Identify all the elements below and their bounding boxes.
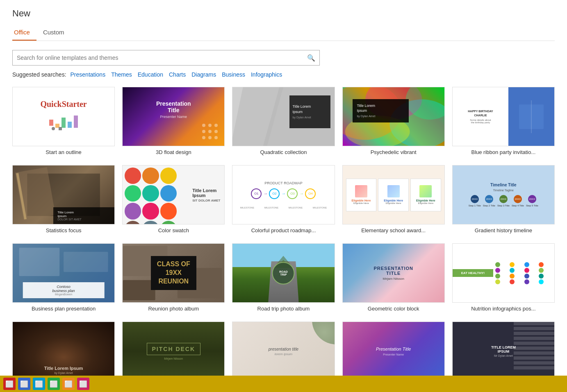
template-bizplan[interactable]: Contosobusiness plan MeganBowen Business… — [12, 243, 115, 312]
taskbar-icon-1[interactable]: ⬜ — [3, 378, 16, 390]
template-blueribbon[interactable]: HAPPY BIRTHDAYCHARLIE Some details about… — [452, 87, 555, 155]
template-thumb-statistics: Title Lorem Ipsum DOLOR SIT AMET — [12, 165, 115, 224]
page-title: New — [12, 8, 555, 19]
svg-point-5 — [52, 127, 55, 130]
template-thumb-roadmap: PRODUCT ROADMAP O1 → O2 → O3 → O4 — [232, 165, 335, 224]
tabs-row: Office Custom — [12, 25, 555, 41]
template-timeline[interactable]: Timeline Title Timeline Tagline 20XX Ste… — [452, 165, 555, 233]
template-thumb-3dfloat: Presentation Title Presenter Name — [122, 87, 225, 146]
svg-rect-33 — [64, 252, 108, 272]
suggested-link-themes[interactable]: Themes — [111, 71, 132, 78]
template-thumb-coffee: Title Lorem Ipsum by Dylan Amet — [12, 322, 115, 381]
search-row: 🔍 — [12, 50, 555, 66]
svg-point-11 — [208, 130, 212, 133]
template-thumb-quickstarter: QuickStarter — [12, 87, 115, 146]
svg-point-10 — [202, 130, 205, 133]
template-nutrition[interactable]: EAT HEALTHY! — [452, 243, 555, 312]
template-label-geocolor: Geometric color block — [368, 306, 419, 312]
template-thumb-stripes: TITLE LOREMIPSUMMr Dylan Amet — [452, 322, 555, 381]
template-thumb-timeline: Timeline Title Timeline Tagline 20XX Ste… — [452, 165, 555, 224]
tab-office[interactable]: Office — [12, 25, 36, 41]
svg-rect-3 — [68, 122, 72, 128]
template-label-blueribbon: Blue ribbon party invitatio... — [471, 149, 535, 155]
template-geocolor[interactable]: PRESENTATIONTITLE Mirjam Nilsson Geometr… — [342, 243, 445, 312]
template-label-quadratic: Quadratic collection — [260, 149, 307, 155]
template-elementary[interactable]: Eligmble Here Eligmble Here Eligmble Her… — [342, 165, 445, 233]
suggested-link-presentations[interactable]: Presentations — [71, 71, 106, 78]
template-label-3dfloat: 3D float design — [156, 149, 191, 155]
suggested-row: Suggested searches: Presentations Themes… — [12, 71, 555, 78]
svg-rect-2 — [61, 118, 66, 128]
svg-point-12 — [214, 130, 218, 133]
template-thumb-geocolor: PRESENTATIONTITLE Mirjam Nilsson — [342, 243, 445, 303]
svg-rect-6 — [59, 127, 62, 130]
suggested-link-business[interactable]: Business — [222, 71, 245, 78]
template-statistics[interactable]: Title Lorem Ipsum DOLOR SIT AMET Statist… — [12, 165, 115, 233]
suggested-link-diagrams[interactable]: Diagrams — [191, 71, 216, 78]
template-reunion[interactable]: CLASS OF19XXREUNION Reunion photo album — [122, 243, 225, 312]
template-label-statistics: Statistics focus — [46, 227, 82, 233]
page-container: New Office Custom 🔍 Suggested searches: … — [0, 0, 567, 392]
search-input[interactable] — [17, 54, 305, 61]
template-roadtrip[interactable]: ROADTRIP Road trip photo album — [232, 243, 335, 312]
svg-point-9 — [214, 124, 218, 127]
taskbar-icon-3[interactable]: ⬜ — [33, 378, 45, 390]
svg-rect-32 — [19, 248, 60, 276]
suggested-link-charts[interactable]: Charts — [169, 71, 186, 78]
template-label-psychedelic: Psychedelic vibrant — [371, 149, 417, 155]
svg-rect-0 — [49, 120, 53, 126]
template-label-timeline: Gradient history timeline — [475, 227, 532, 233]
template-label-nutrition: Nutrition infographics pos... — [471, 306, 536, 312]
svg-point-15 — [214, 136, 218, 139]
template-quadratic[interactable]: Title Lorem Ipsum by Dylan Amet Quadrati… — [232, 87, 335, 155]
taskbar-icon-2[interactable]: ⬜ — [18, 378, 30, 390]
template-thumb-reunion: CLASS OF19XXREUNION — [122, 243, 225, 303]
template-thumb-presgradient: Presentation Title Presenter Name — [342, 322, 445, 381]
suggested-link-infographics[interactable]: Infographics — [251, 71, 282, 78]
template-3dfloat[interactable]: Presentation Title Presenter Name 3D flo… — [122, 87, 225, 155]
search-icon: 🔍 — [307, 54, 315, 62]
templates-grid: QuickStarter Start an outline — [12, 87, 555, 390]
template-thumb-bizplan: Contosobusiness plan MeganBowen — [12, 243, 115, 303]
template-label-bizplan: Business plan presentation — [32, 306, 96, 312]
svg-rect-4 — [74, 116, 78, 128]
template-label-colorswatch: Color swatch — [158, 227, 189, 233]
template-thumb-colorswatch: Title Lorem Ipsum SIT DOLOR AMET — [122, 165, 225, 224]
template-label-roadmap: Colorful product roadmap... — [251, 227, 316, 233]
tab-custom[interactable]: Custom — [41, 25, 71, 41]
template-label-reunion: Reunion photo album — [148, 306, 199, 312]
taskbar-icon-4[interactable]: ⬜ — [48, 378, 60, 390]
template-quickstarter[interactable]: QuickStarter Start an outline — [12, 87, 115, 155]
template-label-quickstarter: Start an outline — [46, 149, 81, 155]
template-thumb-pitchdeck: PITCH DECK Mirjam Nilsson — [122, 322, 225, 381]
template-colorswatch[interactable]: Title Lorem Ipsum SIT DOLOR AMET Color s… — [122, 165, 225, 233]
template-thumb-elementary: Eligmble Here Eligmble Here Eligmble Her… — [342, 165, 445, 224]
template-label-elementary: Elementary school award... — [361, 227, 426, 233]
taskbar: ⬜ ⬜ ⬜ ⬜ ⬜ ⬜ — [0, 376, 567, 392]
taskbar-icon-5[interactable]: ⬜ — [62, 378, 75, 390]
svg-point-7 — [202, 124, 205, 127]
svg-point-13 — [202, 136, 205, 139]
template-thumb-blueribbon: HAPPY BIRTHDAYCHARLIE Some details about… — [452, 87, 555, 146]
search-box[interactable]: 🔍 — [12, 50, 320, 66]
taskbar-icon-6[interactable]: ⬜ — [77, 378, 89, 390]
template-roadmap[interactable]: PRODUCT ROADMAP O1 → O2 → O3 → O4 — [232, 165, 335, 233]
svg-point-14 — [208, 136, 212, 139]
template-thumb-presentitle: presentation titlelorem ipsum — [232, 322, 335, 381]
template-thumb-nutrition: EAT HEALTHY! — [452, 243, 555, 303]
template-psychedelic[interactable]: Title Lorem Ipsum by Dylan Amet Psychede… — [342, 87, 445, 155]
template-label-roadtrip: Road trip photo album — [257, 306, 310, 312]
template-thumb-quadratic: Title Lorem Ipsum by Dylan Amet — [232, 87, 335, 146]
svg-point-8 — [208, 124, 212, 127]
suggested-link-education[interactable]: Education — [138, 71, 163, 78]
suggested-label: Suggested searches: — [12, 71, 66, 78]
template-thumb-psychedelic: Title Lorem Ipsum by Dylan Amet — [342, 87, 445, 146]
template-thumb-roadtrip: ROADTRIP — [232, 243, 335, 303]
